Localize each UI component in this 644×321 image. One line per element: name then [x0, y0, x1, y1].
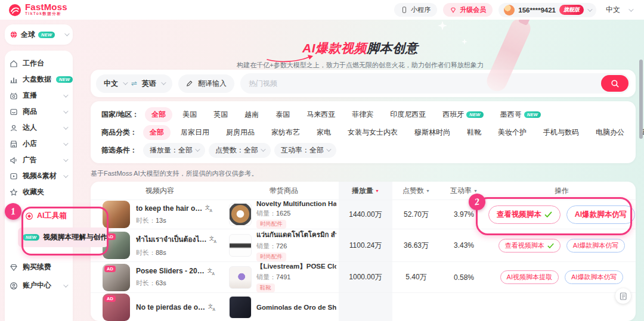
- category-option[interactable]: 美妆个护: [491, 125, 533, 140]
- product-title[interactable]: 【Livestream】POSE Cloud …: [256, 262, 336, 271]
- translate-icon[interactable]: 文A: [208, 267, 215, 275]
- category-option[interactable]: 厨房用品: [219, 125, 261, 140]
- column-header-engagement-sort[interactable]: 互动率▼: [440, 186, 488, 196]
- category-option[interactable]: 电脑办公: [589, 125, 631, 140]
- ai-extract-script-button[interactable]: AI视频脚本提取: [500, 270, 559, 284]
- video-thumbnail[interactable]: AD: [103, 294, 130, 321]
- live-camera-icon: [10, 92, 18, 100]
- sidebar-item-ads[interactable]: 广告: [10, 152, 69, 168]
- view-script-button[interactable]: 查看视频脚本: [488, 205, 561, 224]
- country-option[interactable]: 墨西哥NEW: [494, 107, 547, 122]
- product-title[interactable]: Novelty Multifunction Hair H…: [256, 200, 336, 207]
- feedback-widget[interactable]: [615, 288, 631, 304]
- sidebar-item-live[interactable]: 直播: [10, 88, 69, 104]
- ai-imitate-script-button[interactable]: AI爆款脚本仿写: [565, 270, 623, 284]
- views-value: [339, 293, 392, 321]
- category-option[interactable]: 手机与数码: [537, 125, 586, 140]
- search-input[interactable]: [249, 79, 601, 88]
- brand-name: FastMoss: [25, 3, 67, 11]
- column-header-views-sort[interactable]: 播放量▼: [339, 182, 392, 200]
- hero-banner: AI爆款视频脚本创意 构建在千亿+参数大模型之上，致力于点燃无限的创意火花，助力…: [76, 20, 644, 70]
- swap-languages-icon[interactable]: ⇌: [131, 79, 137, 88]
- country-option[interactable]: 英国: [207, 107, 234, 122]
- ai-imitate-script-button[interactable]: AI爆款脚本仿写: [566, 239, 625, 253]
- account-menu[interactable]: 156****9421 旗舰版: [499, 3, 596, 17]
- country-option[interactable]: 印度尼西亚: [383, 107, 432, 122]
- country-option[interactable]: 美国: [176, 107, 203, 122]
- likes-filter-select[interactable]: 点赞数：全部: [209, 143, 271, 158]
- lang-from: 中文: [104, 79, 118, 89]
- avatar: [504, 5, 515, 15]
- translate-icon[interactable]: 文A: [208, 303, 216, 311]
- fastmoss-logo[interactable]: FastMoss TikTok数据分析: [8, 3, 67, 17]
- product-image[interactable]: [229, 296, 252, 319]
- chevron-down-icon: [195, 147, 200, 151]
- product-image[interactable]: [229, 234, 252, 257]
- country-option[interactable]: 越南: [238, 107, 265, 122]
- main-content: AI爆款视频脚本创意 构建在千亿+参数大模型之上，致力于点燃无限的创意火花，助力…: [76, 20, 644, 321]
- column-header-actions: 操作: [488, 186, 636, 196]
- upgrade-member-button[interactable]: 升级会员: [443, 3, 493, 17]
- vertical-scrollbar[interactable]: [639, 60, 643, 139]
- ai-toolbox-icon: [25, 212, 33, 220]
- view-script-button[interactable]: 查看视频脚本: [499, 239, 561, 253]
- country-option[interactable]: 泰国: [269, 107, 296, 122]
- column-header-likes-sort[interactable]: 点赞数▼: [392, 186, 440, 196]
- translate-icon[interactable]: 文A: [205, 204, 213, 212]
- country-option[interactable]: 西班牙NEW: [436, 107, 490, 122]
- search-button[interactable]: [601, 75, 628, 92]
- sidebar-item-products[interactable]: 商品: [10, 104, 69, 120]
- category-option[interactable]: 居家日用: [174, 125, 216, 140]
- country-option[interactable]: 菲律宾: [345, 107, 380, 122]
- product-image[interactable]: [229, 203, 252, 226]
- views-filter-select[interactable]: 播放量：全部: [143, 143, 205, 158]
- document-icon: [619, 292, 628, 301]
- sidebar-item-creators[interactable]: 达人: [10, 120, 69, 136]
- diamond-icon: [450, 7, 457, 14]
- video-film-icon: [10, 172, 18, 180]
- sparkle-icon: [438, 21, 447, 30]
- chevron-down-icon: [326, 147, 331, 151]
- product-image[interactable]: [229, 266, 252, 289]
- star-icon: [10, 188, 18, 197]
- column-header-video: 视频内容: [91, 186, 229, 196]
- category-option[interactable]: 穆斯林时尚: [408, 125, 457, 140]
- sidebar-item-buy-renew[interactable]: 购买续费: [10, 259, 69, 275]
- new-badge: NEW: [56, 76, 73, 83]
- sidebar-item-videos-materials[interactable]: 视频&素材: [10, 168, 69, 184]
- mini-program-button[interactable]: 小程序: [394, 3, 437, 17]
- ai-imitate-script-button[interactable]: AI爆款脚本仿写: [566, 205, 636, 224]
- category-option[interactable]: 女装与女士内衣: [341, 125, 404, 140]
- product-title[interactable]: Gominolas de Oro de Shilajit…: [256, 304, 336, 311]
- table-row: AD No te pierdas de o… 文A Gominolas de O…: [91, 292, 636, 321]
- sidebar-item-market-data[interactable]: 大盘数据 NEW: [10, 71, 69, 88]
- language-select[interactable]: 中文: [602, 3, 636, 17]
- sidebar-item-favorites[interactable]: 收藏夹: [10, 184, 69, 200]
- translate-input-button[interactable]: 翻译输入: [178, 74, 234, 93]
- video-thumbnail[interactable]: [103, 201, 130, 228]
- translate-icon[interactable]: 文A: [209, 235, 217, 243]
- brand-tagline: TikTok数据分析: [25, 11, 67, 17]
- video-thumbnail[interactable]: AD: [103, 264, 130, 291]
- category-option[interactable]: 家纺布艺: [265, 125, 306, 140]
- category-option[interactable]: 鞋靴: [460, 125, 488, 140]
- category-option[interactable]: 家电: [310, 125, 338, 140]
- table-row: to keep the hair o… 文A 时长：13s Novelty Mu…: [91, 200, 636, 229]
- sidebar-item-workbench[interactable]: 工作台: [10, 55, 69, 71]
- lang-to: 英语: [142, 79, 156, 89]
- country-option[interactable]: 全部: [145, 107, 172, 122]
- sidebar-item-account-center[interactable]: 账户中心: [10, 278, 69, 294]
- region-selector[interactable]: 全球 NEW: [5, 24, 73, 45]
- engagement-value: 3.97%: [440, 200, 488, 229]
- engagement-filter-select[interactable]: 互动率：全部: [274, 143, 336, 158]
- sidebar-item-shops[interactable]: 小店: [10, 136, 69, 152]
- country-option[interactable]: 马来西亚: [300, 107, 342, 122]
- category-option[interactable]: 全部: [143, 125, 171, 140]
- globe-icon: [10, 30, 18, 39]
- gem-icon: [10, 263, 18, 272]
- sidebar-item-video-script-ai[interactable]: NEW 视频脚本理解与创作: [18, 227, 109, 247]
- engagement-value: 3.43%: [440, 229, 488, 261]
- language-pair-select[interactable]: 中文 ⇌ 英语: [96, 74, 172, 93]
- product-title[interactable]: แว่นกันแดดโฟโตโครมิก สำหรับ…: [256, 229, 336, 240]
- sidebar-item-ai-toolbox[interactable]: AI工具箱: [25, 211, 69, 221]
